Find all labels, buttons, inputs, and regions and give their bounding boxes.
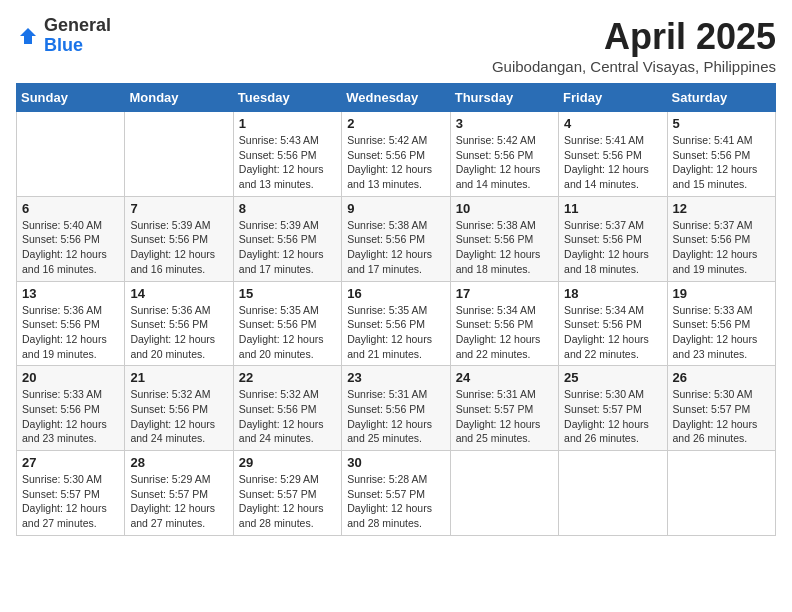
day-number: 27: [22, 455, 119, 470]
svg-marker-0: [20, 28, 36, 44]
day-number: 5: [673, 116, 770, 131]
calendar-cell: 20Sunrise: 5:33 AM Sunset: 5:56 PM Dayli…: [17, 366, 125, 451]
day-number: 2: [347, 116, 444, 131]
day-info: Sunrise: 5:30 AM Sunset: 5:57 PM Dayligh…: [673, 387, 770, 446]
day-info: Sunrise: 5:36 AM Sunset: 5:56 PM Dayligh…: [130, 303, 227, 362]
weekday-header-tuesday: Tuesday: [233, 84, 341, 112]
day-number: 16: [347, 286, 444, 301]
day-number: 22: [239, 370, 336, 385]
logo-blue: Blue: [44, 35, 83, 55]
calendar-cell: 24Sunrise: 5:31 AM Sunset: 5:57 PM Dayli…: [450, 366, 558, 451]
day-number: 13: [22, 286, 119, 301]
day-info: Sunrise: 5:35 AM Sunset: 5:56 PM Dayligh…: [347, 303, 444, 362]
calendar-cell: [667, 451, 775, 536]
day-info: Sunrise: 5:31 AM Sunset: 5:57 PM Dayligh…: [456, 387, 553, 446]
day-number: 15: [239, 286, 336, 301]
day-info: Sunrise: 5:29 AM Sunset: 5:57 PM Dayligh…: [130, 472, 227, 531]
weekday-header-sunday: Sunday: [17, 84, 125, 112]
calendar-cell: 19Sunrise: 5:33 AM Sunset: 5:56 PM Dayli…: [667, 281, 775, 366]
location-subtitle: Guibodangan, Central Visayas, Philippine…: [492, 58, 776, 75]
title-block: April 2025 Guibodangan, Central Visayas,…: [492, 16, 776, 75]
day-number: 14: [130, 286, 227, 301]
day-number: 10: [456, 201, 553, 216]
calendar-cell: 11Sunrise: 5:37 AM Sunset: 5:56 PM Dayli…: [559, 196, 667, 281]
weekday-header-row: SundayMondayTuesdayWednesdayThursdayFrid…: [17, 84, 776, 112]
day-number: 1: [239, 116, 336, 131]
day-number: 3: [456, 116, 553, 131]
day-info: Sunrise: 5:33 AM Sunset: 5:56 PM Dayligh…: [22, 387, 119, 446]
calendar-cell: 22Sunrise: 5:32 AM Sunset: 5:56 PM Dayli…: [233, 366, 341, 451]
calendar-cell: 28Sunrise: 5:29 AM Sunset: 5:57 PM Dayli…: [125, 451, 233, 536]
day-info: Sunrise: 5:28 AM Sunset: 5:57 PM Dayligh…: [347, 472, 444, 531]
calendar-cell: 1Sunrise: 5:43 AM Sunset: 5:56 PM Daylig…: [233, 112, 341, 197]
calendar-cell: 25Sunrise: 5:30 AM Sunset: 5:57 PM Dayli…: [559, 366, 667, 451]
day-number: 9: [347, 201, 444, 216]
day-info: Sunrise: 5:42 AM Sunset: 5:56 PM Dayligh…: [456, 133, 553, 192]
day-info: Sunrise: 5:43 AM Sunset: 5:56 PM Dayligh…: [239, 133, 336, 192]
day-info: Sunrise: 5:37 AM Sunset: 5:56 PM Dayligh…: [673, 218, 770, 277]
calendar-cell: 9Sunrise: 5:38 AM Sunset: 5:56 PM Daylig…: [342, 196, 450, 281]
day-info: Sunrise: 5:41 AM Sunset: 5:56 PM Dayligh…: [673, 133, 770, 192]
day-number: 8: [239, 201, 336, 216]
day-number: 18: [564, 286, 661, 301]
day-info: Sunrise: 5:39 AM Sunset: 5:56 PM Dayligh…: [130, 218, 227, 277]
day-info: Sunrise: 5:34 AM Sunset: 5:56 PM Dayligh…: [564, 303, 661, 362]
calendar-cell: 2Sunrise: 5:42 AM Sunset: 5:56 PM Daylig…: [342, 112, 450, 197]
calendar-cell: 15Sunrise: 5:35 AM Sunset: 5:56 PM Dayli…: [233, 281, 341, 366]
calendar-week-row: 6Sunrise: 5:40 AM Sunset: 5:56 PM Daylig…: [17, 196, 776, 281]
day-number: 20: [22, 370, 119, 385]
weekday-header-monday: Monday: [125, 84, 233, 112]
day-info: Sunrise: 5:38 AM Sunset: 5:56 PM Dayligh…: [456, 218, 553, 277]
day-info: Sunrise: 5:34 AM Sunset: 5:56 PM Dayligh…: [456, 303, 553, 362]
calendar-cell: 16Sunrise: 5:35 AM Sunset: 5:56 PM Dayli…: [342, 281, 450, 366]
day-info: Sunrise: 5:30 AM Sunset: 5:57 PM Dayligh…: [22, 472, 119, 531]
logo-icon: [16, 24, 40, 48]
calendar-cell: 17Sunrise: 5:34 AM Sunset: 5:56 PM Dayli…: [450, 281, 558, 366]
calendar-cell: 8Sunrise: 5:39 AM Sunset: 5:56 PM Daylig…: [233, 196, 341, 281]
day-info: Sunrise: 5:37 AM Sunset: 5:56 PM Dayligh…: [564, 218, 661, 277]
calendar-week-row: 13Sunrise: 5:36 AM Sunset: 5:56 PM Dayli…: [17, 281, 776, 366]
calendar-cell: 29Sunrise: 5:29 AM Sunset: 5:57 PM Dayli…: [233, 451, 341, 536]
calendar-cell: 18Sunrise: 5:34 AM Sunset: 5:56 PM Dayli…: [559, 281, 667, 366]
weekday-header-thursday: Thursday: [450, 84, 558, 112]
calendar-cell: 4Sunrise: 5:41 AM Sunset: 5:56 PM Daylig…: [559, 112, 667, 197]
logo-text: General Blue: [44, 16, 111, 56]
day-info: Sunrise: 5:39 AM Sunset: 5:56 PM Dayligh…: [239, 218, 336, 277]
calendar-cell: [450, 451, 558, 536]
day-number: 19: [673, 286, 770, 301]
calendar-cell: 6Sunrise: 5:40 AM Sunset: 5:56 PM Daylig…: [17, 196, 125, 281]
day-number: 7: [130, 201, 227, 216]
day-number: 26: [673, 370, 770, 385]
weekday-header-friday: Friday: [559, 84, 667, 112]
day-info: Sunrise: 5:32 AM Sunset: 5:56 PM Dayligh…: [130, 387, 227, 446]
day-info: Sunrise: 5:42 AM Sunset: 5:56 PM Dayligh…: [347, 133, 444, 192]
day-number: 30: [347, 455, 444, 470]
weekday-header-wednesday: Wednesday: [342, 84, 450, 112]
calendar-week-row: 27Sunrise: 5:30 AM Sunset: 5:57 PM Dayli…: [17, 451, 776, 536]
day-number: 24: [456, 370, 553, 385]
calendar-cell: 7Sunrise: 5:39 AM Sunset: 5:56 PM Daylig…: [125, 196, 233, 281]
day-number: 11: [564, 201, 661, 216]
day-info: Sunrise: 5:29 AM Sunset: 5:57 PM Dayligh…: [239, 472, 336, 531]
calendar-cell: 5Sunrise: 5:41 AM Sunset: 5:56 PM Daylig…: [667, 112, 775, 197]
calendar-cell: 30Sunrise: 5:28 AM Sunset: 5:57 PM Dayli…: [342, 451, 450, 536]
calendar-table: SundayMondayTuesdayWednesdayThursdayFrid…: [16, 83, 776, 536]
logo-general: General: [44, 15, 111, 35]
calendar-cell: 23Sunrise: 5:31 AM Sunset: 5:56 PM Dayli…: [342, 366, 450, 451]
calendar-cell: 14Sunrise: 5:36 AM Sunset: 5:56 PM Dayli…: [125, 281, 233, 366]
day-number: 6: [22, 201, 119, 216]
calendar-cell: 13Sunrise: 5:36 AM Sunset: 5:56 PM Dayli…: [17, 281, 125, 366]
day-info: Sunrise: 5:36 AM Sunset: 5:56 PM Dayligh…: [22, 303, 119, 362]
calendar-cell: 12Sunrise: 5:37 AM Sunset: 5:56 PM Dayli…: [667, 196, 775, 281]
weekday-header-saturday: Saturday: [667, 84, 775, 112]
day-info: Sunrise: 5:31 AM Sunset: 5:56 PM Dayligh…: [347, 387, 444, 446]
day-info: Sunrise: 5:38 AM Sunset: 5:56 PM Dayligh…: [347, 218, 444, 277]
logo: General Blue: [16, 16, 111, 56]
day-info: Sunrise: 5:35 AM Sunset: 5:56 PM Dayligh…: [239, 303, 336, 362]
day-info: Sunrise: 5:40 AM Sunset: 5:56 PM Dayligh…: [22, 218, 119, 277]
day-info: Sunrise: 5:41 AM Sunset: 5:56 PM Dayligh…: [564, 133, 661, 192]
calendar-cell: 27Sunrise: 5:30 AM Sunset: 5:57 PM Dayli…: [17, 451, 125, 536]
day-number: 21: [130, 370, 227, 385]
day-number: 29: [239, 455, 336, 470]
day-number: 23: [347, 370, 444, 385]
